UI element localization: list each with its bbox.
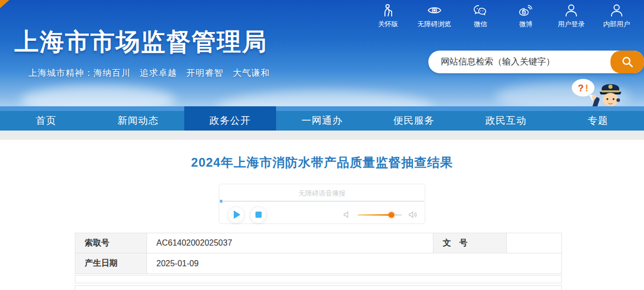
table-partial-row bbox=[75, 285, 562, 290]
audio-stop-button[interactable] bbox=[250, 206, 267, 223]
main-nav: 首页 新闻动态 政务公开 一网通办 便民服务 政民互动 专题 bbox=[0, 106, 644, 131]
quick-link-label: 用户登录 bbox=[558, 20, 585, 29]
quick-link-internal-user[interactable]: 内部用户 bbox=[601, 3, 633, 29]
meta-value-doc-number bbox=[507, 233, 562, 253]
table-spacer-row bbox=[75, 275, 562, 283]
volume-fill bbox=[358, 214, 392, 216]
elder-care-icon bbox=[381, 3, 395, 18]
site-header: 关怀版 无障碍浏览 微信 bbox=[0, 0, 644, 106]
meta-label-doc-number: 文 号 bbox=[433, 233, 507, 253]
city-spirit-slogan: 上海城市精神：海纳百川 追求卓越 开明睿智 大气谦和 bbox=[28, 67, 270, 79]
svg-text:!: ! bbox=[585, 83, 588, 93]
wechat-icon bbox=[473, 3, 488, 18]
corner-ribbon bbox=[0, 0, 9, 8]
nav-item-interaction[interactable]: 政民互动 bbox=[460, 106, 552, 131]
volume-max-icon bbox=[408, 211, 417, 219]
nav-item-special-topics[interactable]: 专题 bbox=[552, 106, 644, 131]
cloud-decoration bbox=[21, 85, 175, 106]
meta-value-issue-date: 2025-01-09 bbox=[147, 253, 562, 274]
search-button[interactable] bbox=[610, 51, 644, 73]
meta-value-index-number: AC61402002025037 bbox=[147, 233, 433, 253]
quick-link-label: 无障碍浏览 bbox=[417, 20, 451, 29]
search-icon bbox=[621, 55, 634, 69]
table-row: 索取号 AC61402002025037 文 号 bbox=[75, 233, 562, 253]
quick-link-user-login[interactable]: 用户登录 bbox=[555, 3, 587, 29]
accessibility-audio-player: 无障碍语音播报 bbox=[219, 184, 425, 224]
weibo-icon bbox=[519, 3, 533, 18]
quick-link-label: 内部用户 bbox=[603, 20, 630, 29]
quick-link-care-version[interactable]: 关怀版 bbox=[372, 3, 404, 29]
play-icon bbox=[234, 211, 240, 219]
quick-link-accessibility[interactable]: 无障碍浏览 bbox=[417, 3, 451, 29]
document-meta-table: 索取号 AC61402002025037 文 号 产生日期 2025-01-09 bbox=[75, 233, 562, 274]
smart-service-mascot[interactable]: ? ! 智能客服 bbox=[567, 76, 644, 106]
nav-item-home[interactable]: 首页 bbox=[0, 106, 92, 131]
volume-min-icon bbox=[343, 211, 351, 219]
stop-icon bbox=[255, 212, 262, 218]
quick-link-label: 微信 bbox=[474, 20, 487, 29]
nav-item-public-service[interactable]: 便民服务 bbox=[368, 106, 460, 131]
eye-icon bbox=[427, 3, 442, 18]
audio-player-label: 无障碍语音播报 bbox=[219, 184, 425, 198]
nav-item-one-stop-service[interactable]: 一网通办 bbox=[276, 106, 368, 131]
audio-play-button[interactable] bbox=[228, 206, 245, 223]
quick-link-label: 微博 bbox=[519, 20, 533, 29]
table-row: 产生日期 2025-01-09 bbox=[75, 253, 562, 274]
volume-knob[interactable] bbox=[389, 212, 394, 218]
nav-item-gov-info[interactable]: 政务公开 bbox=[184, 106, 276, 131]
audio-progress-bar[interactable] bbox=[220, 201, 424, 202]
site-logo-title[interactable]: 上海市市场监督管理局 bbox=[14, 26, 267, 58]
nav-item-news[interactable]: 新闻动态 bbox=[92, 106, 184, 131]
volume-slider[interactable] bbox=[358, 214, 402, 216]
audio-progress-handle[interactable] bbox=[220, 200, 222, 203]
quick-link-weibo[interactable]: 微博 bbox=[510, 3, 542, 29]
quick-link-wechat[interactable]: 微信 bbox=[464, 3, 496, 29]
quick-link-label: 关怀版 bbox=[378, 20, 398, 29]
header-quick-links: 关怀版 无障碍浏览 微信 bbox=[372, 3, 633, 29]
meta-label-issue-date: 产生日期 bbox=[75, 253, 147, 274]
cloud-decoration bbox=[217, 90, 433, 106]
header-content-divider bbox=[0, 131, 644, 140]
user-login-icon bbox=[564, 3, 578, 18]
article-content: 2024年上海市消防水带产品质量监督抽查结果 无障碍语音播报 bbox=[0, 140, 644, 290]
meta-label-index-number: 索取号 bbox=[75, 233, 147, 253]
article-title: 2024年上海市消防水带产品质量监督抽查结果 bbox=[0, 140, 644, 171]
mascot-bubble-text: ? bbox=[578, 83, 584, 93]
search-input[interactable] bbox=[428, 51, 609, 73]
internal-user-icon bbox=[609, 3, 624, 18]
site-search-bar bbox=[428, 51, 644, 73]
